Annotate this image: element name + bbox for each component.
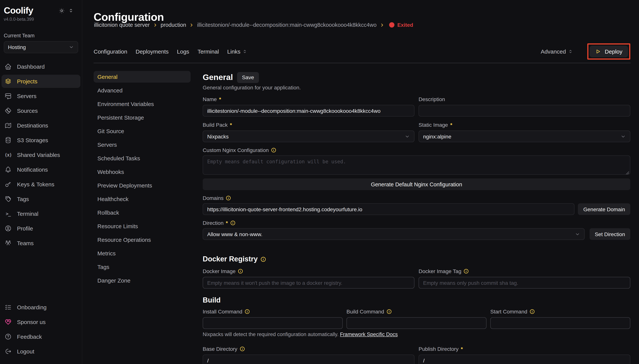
info-icon[interactable] (240, 346, 245, 351)
info-icon[interactable] (386, 309, 392, 314)
build-command-input[interactable] (346, 317, 486, 329)
base-directory-input[interactable] (203, 354, 414, 364)
page-title: Configuration (94, 11, 164, 24)
subnav-item-tags[interactable]: Tags (94, 261, 191, 273)
subnav-item-resource-limits[interactable]: Resource Limits (94, 220, 191, 232)
sidebar-item-label: Servers (17, 93, 37, 99)
chevron-right-icon (379, 22, 384, 27)
subnav-item-environment-variables[interactable]: Environment Variables (94, 98, 191, 110)
start-command-input[interactable] (490, 317, 630, 329)
install-command-input[interactable] (203, 317, 343, 329)
sidebar-item-label: Dashboard (17, 63, 45, 70)
config-subnav: General Advanced Environment Variables P… (94, 71, 191, 286)
save-button[interactable]: Save (237, 72, 259, 83)
info-icon[interactable] (271, 147, 276, 152)
generate-domain-button[interactable]: Generate Domain (578, 203, 630, 215)
set-direction-button[interactable]: Set Direction (589, 228, 630, 240)
subnav-item-general[interactable]: General (94, 71, 191, 82)
subnav-item-rollback[interactable]: Rollback (94, 207, 191, 218)
info-icon[interactable] (238, 268, 243, 274)
sidebar-item-sponsor[interactable]: Sponsor us (2, 315, 80, 328)
subnav-item-healthcheck[interactable]: Healthcheck (94, 193, 191, 205)
info-icon[interactable] (230, 220, 235, 226)
docker-image-input[interactable] (203, 277, 414, 288)
custom-nginx-textarea[interactable] (203, 156, 630, 175)
section-title-general: General (203, 72, 233, 82)
deploy-button[interactable]: Deploy (590, 46, 628, 57)
static-image-select[interactable]: nginx:alpine (419, 130, 630, 142)
variables-icon: (x) (5, 151, 12, 158)
subnav-item-preview-deployments[interactable]: Preview Deployments (94, 180, 191, 191)
chevron-down-icon (575, 232, 580, 237)
generate-nginx-button[interactable]: Generate Default Nginx Configuration (203, 178, 630, 190)
tab-links[interactable]: Links (227, 48, 247, 55)
sidebar-item-shared-variables[interactable]: (x) Shared Variables (2, 148, 80, 162)
framework-docs-link[interactable]: Framework Specific Docs (340, 332, 398, 337)
sidebar-item-projects[interactable]: Projects (2, 75, 80, 88)
subnav-item-resource-operations[interactable]: Resource Operations (94, 234, 191, 246)
sidebar-item-servers[interactable]: Servers (2, 90, 80, 102)
subnav-item-danger-zone[interactable]: Danger Zone (94, 274, 191, 286)
direction-select[interactable]: Allow www & non-www. (203, 228, 585, 240)
sidebar-item-tags[interactable]: Tags (2, 192, 80, 206)
base-directory-label: Base Directory (203, 346, 237, 352)
build-pack-select[interactable]: Nixpacks (203, 130, 414, 142)
theme-selector-icon[interactable] (68, 8, 74, 13)
resize-handle-icon[interactable] (626, 171, 629, 175)
status-badge: Exited (397, 22, 413, 28)
chevron-down-icon (69, 44, 74, 50)
tab-deployments[interactable]: Deployments (136, 48, 169, 55)
subnav-item-metrics[interactable]: Metrics (94, 248, 191, 259)
chevron-right-icon (153, 22, 158, 27)
sidebar-item-onboarding[interactable]: Onboarding (2, 301, 80, 314)
key-icon (5, 181, 12, 188)
tab-terminal[interactable]: Terminal (198, 48, 219, 55)
tab-configuration[interactable]: Configuration (94, 48, 127, 55)
sidebar-item-notifications[interactable]: Notifications (2, 163, 80, 176)
info-icon[interactable] (245, 309, 250, 314)
info-icon[interactable] (260, 256, 266, 262)
docker-image-tag-input[interactable] (419, 277, 630, 288)
sidebar-item-sources[interactable]: Sources (2, 104, 80, 117)
breadcrumb-application[interactable]: illicitestonion/-module--decomposition:m… (197, 22, 376, 28)
subnav-item-servers[interactable]: Servers (94, 139, 191, 150)
logout-icon (5, 348, 12, 355)
sidebar-item-logout[interactable]: Logout (2, 345, 80, 358)
domains-input[interactable] (203, 203, 575, 215)
terminal-icon: >_ (5, 210, 12, 217)
sidebar-item-feedback[interactable]: Feedback (2, 330, 80, 343)
subnav-item-webhooks[interactable]: Webhooks (94, 166, 191, 178)
app-logo[interactable]: Coolify (4, 5, 33, 16)
sidebar-item-profile[interactable]: Profile (2, 222, 80, 235)
subnav-item-persistent-storage[interactable]: Persistent Storage (94, 112, 191, 123)
layers-icon (5, 78, 12, 85)
sidebar-item-label: Logout (17, 348, 34, 354)
advanced-dropdown[interactable]: Advanced (541, 48, 573, 55)
subnav-item-advanced[interactable]: Advanced (94, 84, 191, 96)
sidebar-item-terminal[interactable]: >_ Terminal (2, 207, 80, 220)
breadcrumb-environment[interactable]: production (161, 22, 186, 28)
sidebar-item-label: Sources (17, 108, 38, 114)
sidebar-item-keys-tokens[interactable]: Keys & Tokens (2, 178, 80, 191)
subnav-item-git-source[interactable]: Git Source (94, 125, 191, 137)
sidebar-item-s3-storages[interactable]: S3 Storages (2, 134, 80, 147)
sidebar-item-label: Destinations (17, 122, 48, 129)
tab-logs[interactable]: Logs (177, 48, 189, 55)
name-input[interactable] (203, 105, 414, 116)
breadcrumb-project[interactable]: illicitonion quote server (94, 22, 150, 28)
sidebar-item-dashboard[interactable]: Dashboard (2, 60, 80, 73)
info-icon[interactable] (529, 309, 535, 314)
publish-directory-input[interactable] (419, 354, 630, 364)
subnav-item-scheduled-tasks[interactable]: Scheduled Tasks (94, 152, 191, 164)
theme-toggle-sun-icon[interactable] (59, 7, 65, 14)
breadcrumb: illicitonion quote server production ill… (94, 22, 413, 28)
team-select[interactable]: Hosting (4, 41, 78, 53)
sidebar-item-teams[interactable]: Teams (2, 236, 80, 250)
sidebar-item-destinations[interactable]: Destinations (2, 119, 80, 132)
server-icon (5, 92, 12, 100)
logo-row: Coolify (0, 5, 82, 16)
info-icon[interactable] (464, 268, 469, 274)
description-input[interactable] (419, 105, 630, 116)
required-marker: * (226, 220, 228, 226)
info-icon[interactable] (226, 195, 231, 200)
